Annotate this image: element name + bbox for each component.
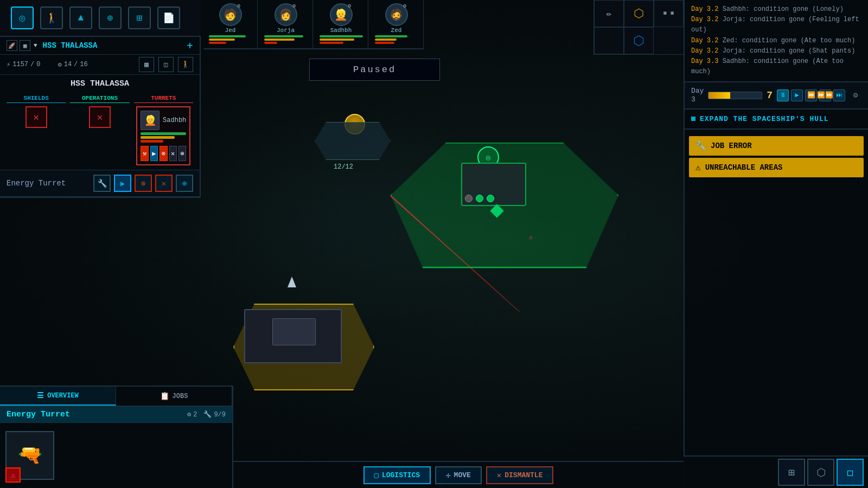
portrait-bars-zed <box>375 35 418 45</box>
add-button[interactable]: + <box>187 40 193 53</box>
wrench-icon: 🔧 <box>695 140 706 151</box>
empty-slot-1[interactable] <box>594 27 624 54</box>
cube-icon-btn[interactable]: ⬡ <box>624 27 654 54</box>
tab-overview[interactable]: ☰ OVERVIEW <box>0 387 116 406</box>
entity-workers-stat: 🔧 9/9 <box>203 410 226 419</box>
nav-btn-menu[interactable]: ◎ <box>11 7 34 29</box>
ship-icon-2[interactable]: ▦ <box>20 40 30 51</box>
portrait-zed[interactable]: 🧔 ⚙ Zed <box>369 0 424 48</box>
resource-icons-row2: ⬡ <box>594 27 684 54</box>
crew-stat: ⚙ 14 / 16 <box>58 61 87 69</box>
log-entry-3: Day 3.2 Zed: condition gone (Ate too muc… <box>691 36 861 46</box>
workers-value: 9/9 <box>214 411 226 419</box>
job-error-alert[interactable]: 🔧 JOB ERROR <box>689 136 864 156</box>
shield-slot-1[interactable]: ✕ <box>25 106 47 128</box>
pencil-icon-btn[interactable]: ✏ <box>594 0 624 27</box>
day-number: 7 <box>767 90 773 101</box>
energy-stat: ⚡ 1157 / 0 <box>7 61 40 69</box>
turret-on-platform[interactable]: ◎ <box>456 152 532 217</box>
logistics-btn[interactable]: ▢ LOGISTICS <box>363 466 431 484</box>
time-progress-bar <box>708 92 762 99</box>
time-progress-fill <box>709 92 730 99</box>
turret-action-aim[interactable]: ⊕ <box>178 146 186 161</box>
tab-jobs[interactable]: 📋 JOBS <box>116 387 232 406</box>
turret-action-x[interactable]: ✕ <box>169 146 177 161</box>
entity-name: Energy Turret <box>7 410 70 419</box>
turret-bar-mood <box>141 136 175 139</box>
portraits-bar: 🧑 ⚙ Jed 👩 ⚙ Jorja 👱 ⚙ Sadhbh <box>203 0 424 49</box>
play-btn[interactable]: ▶ <box>791 89 803 101</box>
portrait-jed[interactable]: 🧑 ⚙ Jed <box>203 0 258 48</box>
bottom-right-icons: ⊞ ⬡ ◻ <box>684 455 868 488</box>
shields-label: SHIELDS <box>7 94 66 103</box>
nav-btn-target[interactable]: ⊕ <box>99 7 122 29</box>
shields-column: SHIELDS ✕ <box>7 94 66 165</box>
ore-icon-btn[interactable]: ⬡ <box>624 0 654 27</box>
build-icon-btn[interactable]: ⬡ <box>807 459 834 486</box>
turret-portrait-row: 👱 Sadhbh <box>141 111 186 130</box>
energy-turret-bar: Energy Turret 🔧 ▶ ⊗ ✕ ⊕ <box>0 170 200 197</box>
stone-icon-btn[interactable]: ▪▪ <box>654 0 684 27</box>
selected-building[interactable] <box>244 309 353 380</box>
portrait-bars-jed <box>209 35 252 45</box>
turret-crew-portrait: 👱 <box>141 111 159 130</box>
ship-stats: ⚡ 1157 / 0 ⚙ 14 / 16 ▦ ◫ 🚶 <box>0 55 200 75</box>
portrait-avatar-jorja: 👩 ⚙ <box>275 3 297 26</box>
turret-assignment-slot[interactable]: 👱 Sadhbh ⚒ ▶ ⊗ ✕ ⊕ <box>136 106 190 165</box>
quest-indicator <box>691 117 695 121</box>
ops-slot-1[interactable]: ✕ <box>89 106 111 128</box>
aim-btn[interactable]: ⊕ <box>176 175 193 192</box>
destroy-btn[interactable]: ✕ <box>155 175 173 192</box>
nav-btn-build[interactable]: ▲ <box>69 7 92 29</box>
portrait-gear-sadhbh: ⚙ <box>346 2 354 10</box>
warning-icon: ⚠ <box>695 162 701 173</box>
repair-btn[interactable]: 🔧 <box>93 175 111 192</box>
quest-bullet[interactable]: EXPAND THE SPACESHIP'S HULL <box>691 115 861 123</box>
cancel-btn[interactable]: ⊗ <box>135 175 152 192</box>
portrait-avatar-jed: 🧑 ⚙ <box>219 3 242 26</box>
fast-btn[interactable]: ⏩ <box>805 89 817 101</box>
move-btn[interactable]: ✛ MOVE <box>435 466 482 484</box>
turret-action-select[interactable]: ▶ <box>150 146 158 161</box>
select-btn[interactable]: ▶ <box>114 175 131 192</box>
ship-quick-icons: 🚀 ▦ <box>7 40 30 51</box>
entity-header: Energy Turret ⚙ 2 🔧 9/9 <box>0 407 232 423</box>
unreachable-alert[interactable]: ⚠ UNREACHABLE AREAS <box>689 158 864 177</box>
turrets-label: TURRETS <box>134 94 193 103</box>
nav-btn-view[interactable]: ⊞ <box>128 7 151 29</box>
event-log: Day 3.2 Sadhbh: condition gone (Lonely) … <box>685 0 868 82</box>
resource-node[interactable]: 12/12 <box>315 114 401 168</box>
crew-current: 14 <box>64 61 72 68</box>
broken-icon: ⚠ <box>5 467 21 483</box>
portrait-gear-zed: ⚙ <box>401 2 409 10</box>
fastest-btn[interactable]: ⏭ <box>833 89 845 101</box>
resource-count-label: 12/12 <box>334 163 353 171</box>
nav-btn-crew[interactable]: 🚶 <box>40 7 63 29</box>
map-icon-btn[interactable]: ⊞ <box>778 459 805 486</box>
dismantle-btn[interactable]: ✕ DISMANTLE <box>486 466 554 484</box>
settings-btn[interactable]: ⚙ <box>850 89 861 101</box>
day-time-bar: Day3 7 ⏸ ▶ ⏩ ⏩⏩ ⏭ ⚙ <box>685 82 868 109</box>
portrait-bars-sadhbh <box>320 35 363 45</box>
time-controls: ⏸ ▶ ⏩ ⏩⏩ ⏭ <box>777 89 845 101</box>
ship-icon-1[interactable]: 🚀 <box>7 40 17 51</box>
grid-icon-2[interactable]: ◫ <box>158 57 174 72</box>
left-panel: 🚀 ▦ ▼ HSS THALASSA + ⚡ 1157 / 0 ⚙ 14 / 1… <box>0 37 201 198</box>
unreachable-label: UNREACHABLE AREAS <box>705 163 783 172</box>
faster-btn[interactable]: ⏩⏩ <box>819 89 831 101</box>
portrait-sadhbh[interactable]: 👱 ⚙ Sadhbh <box>314 0 368 48</box>
pause-btn[interactable]: ⏸ <box>777 89 789 101</box>
ship-expand-arrow[interactable]: ▼ <box>34 42 37 49</box>
turret-action-hammers[interactable]: ⚒ <box>141 146 148 161</box>
grid-icon-1[interactable]: ▦ <box>139 57 154 72</box>
section-columns: SHIELDS ✕ OPERATIONS ✕ TURRETS 👱 Sadhbh <box>7 94 193 165</box>
turret-action-cancel[interactable]: ⊗ <box>159 146 167 161</box>
portrait-jorja[interactable]: 👩 ⚙ Jorja <box>259 0 313 48</box>
portrait-bars-jorja <box>264 35 308 45</box>
turret-bar-hunger <box>141 140 163 143</box>
viewport-icon-btn[interactable]: ◻ <box>837 459 864 486</box>
resource-platform <box>315 122 391 160</box>
nav-btn-log[interactable]: 📄 <box>157 7 180 29</box>
gear-stat-icon: ⚙ <box>58 61 61 69</box>
person-icon[interactable]: 🚶 <box>178 57 193 72</box>
